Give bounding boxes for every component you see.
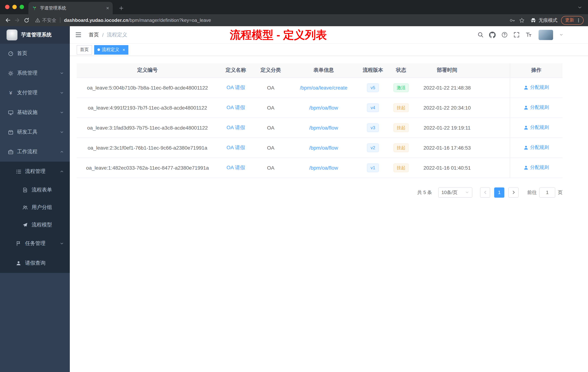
- url-bar[interactable]: dashboard.yudao.iocoder.cn/bpm/manager/d…: [64, 17, 211, 23]
- incognito-indicator: 无痕模式: [530, 17, 557, 23]
- sidebar-item-user-group[interactable]: 用户分组: [0, 199, 70, 216]
- sidebar-item-home[interactable]: 首页: [0, 44, 70, 63]
- kebab-menu-icon[interactable]: [576, 18, 581, 23]
- search-icon[interactable]: [477, 32, 484, 38]
- definition-name-link[interactable]: OA 请假: [227, 104, 245, 110]
- sidebar-item-leave-query[interactable]: 请假查询: [0, 253, 70, 273]
- definition-table: 定义编号 定义名称 定义分类 表单信息 流程版本 状态 部署时间 操作: [77, 63, 563, 178]
- zoom-window-button[interactable]: [20, 5, 24, 9]
- deploy-time: 2022-01-22 21:48:38: [416, 77, 479, 98]
- briefcase-icon: [8, 149, 13, 154]
- password-key-icon[interactable]: [508, 15, 517, 25]
- browser-tab[interactable]: 芋道管理系统 ×: [28, 2, 113, 14]
- definition-id: oa_leave:4:991f2193-7b7f-11ec-a3c8-acde4…: [77, 98, 218, 118]
- prev-page-button[interactable]: [480, 187, 490, 197]
- sidebar-item-label: 流程表单: [32, 187, 64, 193]
- page-unit-label: 页: [558, 189, 563, 196]
- reload-button[interactable]: [22, 15, 31, 25]
- browser-toolbar: 不安全 dashboard.yudao.iocoder.cn/bpm/manag…: [0, 14, 588, 26]
- filler-cell: [479, 118, 510, 138]
- pagination-total: 共 5 条: [417, 189, 432, 196]
- breadcrumb-home[interactable]: 首页: [89, 32, 99, 38]
- definition-name-link[interactable]: OA 请假: [227, 144, 245, 150]
- goto-page-input[interactable]: [539, 187, 555, 197]
- back-button[interactable]: [3, 15, 12, 25]
- deploy-time: 2022-01-16 01:40:51: [416, 158, 479, 178]
- browser-menu-update-button[interactable]: 更新: [561, 16, 584, 25]
- form-info-link[interactable]: /bpm/oa/flow: [309, 105, 338, 110]
- hamburger-icon[interactable]: [75, 31, 82, 38]
- avatar-caret-icon[interactable]: [559, 33, 563, 37]
- definition-category: OA: [253, 138, 288, 158]
- avatar[interactable]: [538, 30, 553, 40]
- sidebar-item-label: 流程模型: [32, 222, 64, 228]
- sidebar-item-task-management[interactable]: 任务管理: [0, 234, 70, 253]
- close-window-button[interactable]: [5, 5, 10, 9]
- font-size-icon[interactable]: [525, 32, 532, 38]
- assign-rule-button[interactable]: 分配规则: [524, 84, 549, 91]
- new-tab-button[interactable]: [116, 3, 126, 13]
- table-row: oa_leave:2:3c1f0ef1-76b1-11ec-9c66-a2380…: [77, 138, 563, 158]
- definition-name-link[interactable]: OA 请假: [227, 124, 245, 130]
- sidebar-item-process-model[interactable]: 流程模型: [0, 216, 70, 234]
- assign-rule-button[interactable]: 分配规则: [524, 164, 549, 171]
- tag-home[interactable]: 首页: [77, 45, 92, 55]
- form-info-link[interactable]: /bpm/oa/flow: [309, 165, 338, 171]
- sidebar-item-label: 首页: [17, 50, 64, 57]
- version-badge: v1: [367, 163, 379, 172]
- github-icon[interactable]: [489, 32, 496, 38]
- sidebar-logo[interactable]: 芋道管理系统: [0, 26, 70, 44]
- filler-cell: [479, 98, 510, 118]
- sidebar-item-workflow[interactable]: 工作流程: [0, 142, 70, 162]
- url-path: /bpm/manager/definition?key=oa_leave: [128, 17, 211, 23]
- app-shell: 芋道管理系统 首页 系统管理: [0, 26, 588, 372]
- assign-rule-button[interactable]: 分配规则: [524, 124, 549, 131]
- col-definition-name: 定义名称: [218, 63, 253, 77]
- sidebar-item-label: 基础设施: [17, 109, 56, 116]
- sidebar-item-system[interactable]: 系统管理: [0, 63, 70, 83]
- tag-process-definition[interactable]: 流程定义 ×: [94, 45, 128, 55]
- browser-tabstrip: 芋道管理系统 ×: [0, 0, 588, 14]
- help-icon[interactable]: [501, 32, 508, 38]
- sidebar-item-process-management[interactable]: 流程管理: [0, 162, 70, 181]
- warning-icon: [35, 17, 40, 23]
- sidebar-item-dev-tools[interactable]: 研发工具: [0, 122, 70, 142]
- sidebar: 芋道管理系统 首页 系统管理: [0, 26, 70, 372]
- logo-title: 芋道管理系统: [21, 32, 52, 38]
- main-area: 首页 / 流程定义 流程模型 - 定义列表: [70, 26, 588, 372]
- dashboard-icon: [8, 51, 13, 56]
- sidebar-item-payment[interactable]: ¥ 支付管理: [0, 83, 70, 103]
- security-indicator[interactable]: 不安全: [35, 17, 56, 23]
- assign-rule-button[interactable]: 分配规则: [524, 144, 549, 151]
- minimize-window-button[interactable]: [12, 5, 17, 9]
- logo-avatar: [7, 30, 17, 40]
- col-filler: [479, 63, 510, 77]
- person-icon: [16, 261, 21, 266]
- definition-name-link[interactable]: OA 请假: [227, 164, 245, 170]
- paper-plane-icon: [22, 222, 28, 228]
- assign-rule-button[interactable]: 分配规则: [524, 104, 549, 111]
- sidebar-item-infrastructure[interactable]: 基础设施: [0, 103, 70, 122]
- bookmark-star-icon[interactable]: [517, 15, 526, 25]
- form-info-link[interactable]: /bpm/oa/flow: [309, 125, 338, 131]
- tab-list-chevron-icon[interactable]: [578, 5, 582, 10]
- status-badge: 激活: [393, 83, 409, 92]
- form-info-link[interactable]: /bpm/oa/flow: [309, 145, 338, 151]
- page-size-value: 10条/页: [441, 189, 457, 196]
- definition-id: oa_leave:1:482ec033-762a-11ec-8477-a2380…: [77, 158, 218, 178]
- next-page-button[interactable]: [508, 187, 519, 197]
- definition-name-link[interactable]: OA 请假: [227, 84, 245, 90]
- forward-button[interactable]: [12, 15, 22, 25]
- form-info-link[interactable]: /bpm/oa/leave/create: [300, 85, 347, 90]
- sidebar-item-process-form[interactable]: 流程表单: [0, 181, 70, 199]
- version-badge: v4: [367, 103, 379, 112]
- definition-category: OA: [253, 77, 288, 98]
- sidebar-item-label: 任务管理: [25, 240, 56, 247]
- definition-category: OA: [253, 158, 288, 178]
- tag-close-icon[interactable]: ×: [123, 47, 125, 52]
- tab-close-icon[interactable]: ×: [106, 5, 109, 11]
- page-number-button[interactable]: 1: [494, 187, 504, 197]
- col-operations: 操作: [510, 63, 563, 77]
- fullscreen-icon[interactable]: [513, 32, 520, 38]
- page-size-select[interactable]: 10条/页: [438, 187, 472, 197]
